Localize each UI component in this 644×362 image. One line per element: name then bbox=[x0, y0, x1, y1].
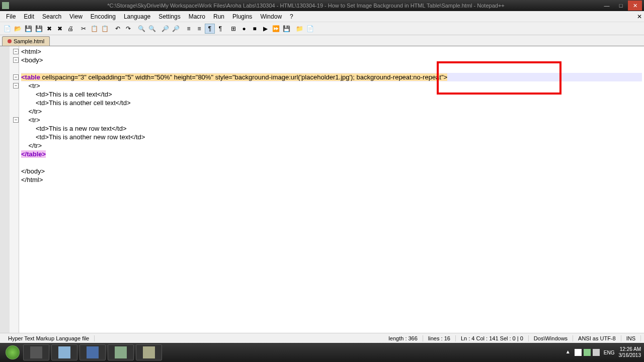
taskbar-app-4[interactable] bbox=[108, 344, 134, 360]
folder-icon[interactable]: 📁 bbox=[294, 24, 304, 34]
start-orb-icon bbox=[6, 345, 20, 359]
tray-network-icon[interactable] bbox=[593, 349, 600, 356]
undo-icon[interactable]: ↶ bbox=[113, 24, 123, 34]
editor-container: −<html> −<body> −<table cellspacing="3" … bbox=[0, 46, 644, 333]
menu-window[interactable]: Window bbox=[256, 12, 286, 21]
play-multi-icon[interactable]: ⏩ bbox=[271, 24, 281, 34]
fold-icon[interactable]: − bbox=[13, 83, 19, 88]
print-icon[interactable]: 🖨 bbox=[65, 24, 75, 34]
fold-icon[interactable]: − bbox=[13, 49, 19, 54]
start-button[interactable] bbox=[3, 344, 22, 360]
replace-icon[interactable]: 🔍 bbox=[147, 24, 157, 34]
taskbar-app-2[interactable] bbox=[51, 344, 77, 360]
taskbar-app-5[interactable] bbox=[136, 344, 162, 360]
zoom-in-icon[interactable]: 🔎 bbox=[160, 24, 170, 34]
system-tray: ▲ ENG 12:26 AM 3/16/2013 bbox=[566, 346, 641, 358]
sync-v-icon[interactable]: ≡ bbox=[184, 24, 194, 34]
window-title: *C:\Storage\SkyDrive\My Workspace\Work F… bbox=[12, 3, 600, 9]
tray-up-icon[interactable]: ▲ bbox=[566, 349, 573, 356]
menu-macro[interactable]: Macro bbox=[185, 12, 209, 21]
indent-guide-icon[interactable]: ⊞ bbox=[228, 24, 238, 34]
status-bar: Hyper Text Markup Language file length :… bbox=[0, 333, 644, 343]
menu-settings[interactable]: Settings bbox=[154, 12, 184, 21]
save-macro-icon[interactable]: 💾 bbox=[281, 24, 291, 34]
fold-column bbox=[10, 46, 19, 333]
save-icon[interactable]: 💾 bbox=[23, 24, 33, 34]
windows-taskbar: ▲ ENG 12:26 AM 3/16/2013 bbox=[0, 343, 644, 362]
menu-view[interactable]: View bbox=[65, 12, 87, 21]
copy-icon[interactable]: 📋 bbox=[89, 24, 99, 34]
menu-search[interactable]: Search bbox=[38, 12, 65, 21]
tab-label: Sample.html bbox=[14, 38, 44, 44]
close-all-icon[interactable]: ✖ bbox=[55, 24, 65, 34]
status-eol: Dos\Windows bbox=[529, 335, 573, 341]
tray-battery-icon[interactable] bbox=[584, 349, 591, 356]
doc-icon[interactable]: 📄 bbox=[305, 24, 315, 34]
menu-plugins[interactable]: Plugins bbox=[228, 12, 256, 21]
cut-icon[interactable]: ✂ bbox=[78, 24, 89, 34]
editor-margin bbox=[0, 46, 19, 333]
show-chars-icon[interactable]: ¶ bbox=[215, 24, 225, 34]
status-encoding: ANSI as UTF-8 bbox=[573, 335, 621, 341]
taskbar-app-3[interactable] bbox=[79, 344, 106, 360]
window-titlebar: *C:\Storage\SkyDrive\My Workspace\Work F… bbox=[0, 0, 644, 11]
save-all-icon[interactable]: 💾 bbox=[34, 24, 44, 34]
menu-run[interactable]: Run bbox=[209, 12, 228, 21]
redo-icon[interactable]: ↷ bbox=[123, 24, 133, 34]
fold-icon[interactable]: − bbox=[13, 57, 19, 63]
menu-file[interactable]: File bbox=[2, 12, 20, 21]
document-tabs: Sample.html bbox=[0, 35, 644, 46]
tray-flag-icon[interactable] bbox=[575, 349, 582, 356]
mdi-close-button[interactable]: ✕ bbox=[637, 13, 642, 20]
sync-h-icon[interactable]: ≡ bbox=[194, 24, 204, 34]
record-macro-icon[interactable]: ● bbox=[239, 24, 249, 34]
tray-clock[interactable]: 12:26 AM 3/16/2013 bbox=[619, 346, 641, 358]
code-editor[interactable]: −<html> −<body> −<table cellspacing="3" … bbox=[19, 46, 644, 333]
maximize-button[interactable]: □ bbox=[614, 1, 628, 11]
find-icon[interactable]: 🔍 bbox=[136, 24, 146, 34]
fold-icon[interactable]: − bbox=[13, 117, 19, 123]
tray-language[interactable]: ENG bbox=[604, 350, 615, 355]
new-file-icon[interactable]: 📄 bbox=[2, 24, 12, 34]
close-file-icon[interactable]: ✖ bbox=[44, 24, 54, 34]
status-insert-mode: INS bbox=[621, 335, 641, 341]
wordwrap-icon[interactable]: ¶ bbox=[205, 24, 215, 34]
minimize-button[interactable]: — bbox=[600, 1, 614, 11]
taskbar-app-1[interactable] bbox=[23, 344, 49, 360]
menu-edit[interactable]: Edit bbox=[20, 12, 38, 21]
open-file-icon[interactable]: 📂 bbox=[13, 24, 23, 34]
status-position: Ln : 4 Col : 141 Sel : 0 | 0 bbox=[456, 335, 529, 341]
menu-bar: File Edit Search View Encoding Language … bbox=[0, 11, 644, 22]
toolbar: 📄 📂 💾 💾 ✖ ✖ 🖨 ✂ 📋 📋 ↶ ↷ 🔍 🔍 🔎 🔎 ≡ ≡ ¶ ¶ … bbox=[0, 22, 644, 35]
play-macro-icon[interactable]: ▶ bbox=[260, 24, 270, 34]
status-lines: lines : 16 bbox=[423, 335, 456, 341]
zoom-out-icon[interactable]: 🔎 bbox=[171, 24, 181, 34]
menu-encoding[interactable]: Encoding bbox=[87, 12, 120, 21]
paste-icon[interactable]: 📋 bbox=[100, 24, 110, 34]
unsaved-indicator-icon bbox=[8, 39, 12, 43]
app-icon bbox=[2, 2, 9, 9]
status-length: length : 366 bbox=[383, 335, 423, 341]
stop-macro-icon[interactable]: ■ bbox=[250, 24, 260, 34]
status-filetype: Hyper Text Markup Language file bbox=[3, 335, 95, 341]
tab-sample-html[interactable]: Sample.html bbox=[2, 36, 50, 46]
menu-help[interactable]: ? bbox=[286, 12, 297, 21]
line-numbers bbox=[0, 46, 10, 333]
fold-icon[interactable]: − bbox=[13, 74, 19, 80]
close-button[interactable]: ✕ bbox=[628, 1, 642, 11]
menu-language[interactable]: Language bbox=[120, 12, 154, 21]
